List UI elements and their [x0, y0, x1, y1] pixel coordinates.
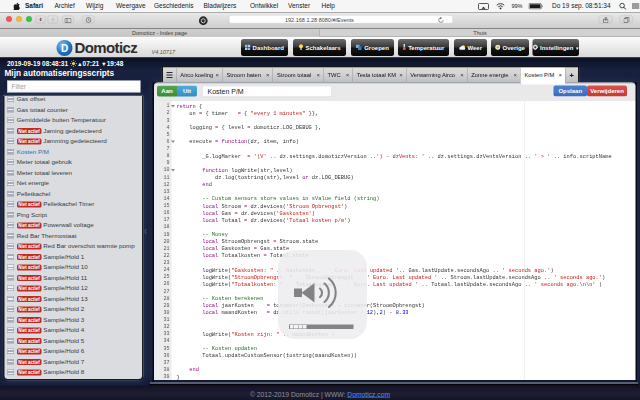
svg-text:D: D: [61, 43, 68, 54]
